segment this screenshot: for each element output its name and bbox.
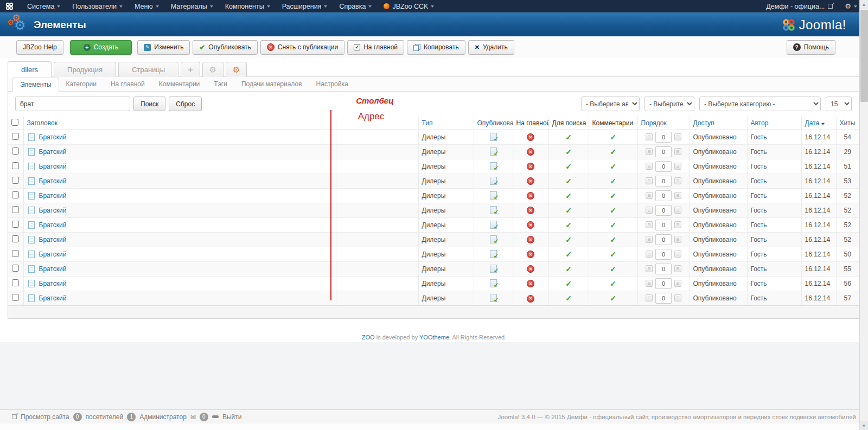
jbzoo-help-button[interactable]: JBZoo Help [16, 40, 63, 55]
scroll-down-icon[interactable]: ▼ [860, 421, 868, 430]
item-title-link[interactable]: Братский [39, 221, 67, 229]
unpublish-button[interactable]: ✕Снять с публикации [260, 40, 344, 55]
unfeatured-status-icon[interactable]: ✕ [527, 133, 534, 141]
order-down-button[interactable] [674, 207, 681, 214]
row-checkbox[interactable] [12, 177, 19, 184]
row-checkbox[interactable] [12, 191, 19, 198]
order-input[interactable] [655, 278, 672, 289]
item-title-link[interactable]: Братский [39, 280, 67, 287]
tab-stranicy[interactable]: Страницы [118, 62, 178, 77]
published-status-icon[interactable]: ✓ [490, 133, 497, 141]
item-title-link[interactable]: Братский [39, 148, 67, 156]
order-up-button[interactable] [646, 192, 653, 199]
help-button[interactable]: ?Помощь [787, 40, 835, 55]
reset-button[interactable]: Сброс [169, 97, 202, 111]
searchable-status-icon[interactable]: ✓ [565, 162, 572, 171]
subtab-featured[interactable]: На главной [104, 77, 152, 91]
feature-button[interactable]: ✓На главной [347, 40, 404, 55]
sort-title-header[interactable]: Заголовок [27, 119, 58, 127]
item-title-link[interactable]: Братский [39, 163, 67, 170]
searchable-status-icon[interactable]: ✓ [565, 191, 572, 200]
type-filter-select[interactable]: - Выберите тип - [644, 97, 694, 111]
published-status-icon[interactable]: ✓ [490, 294, 497, 302]
app-settings-tab[interactable]: ⚙ [202, 62, 224, 77]
order-down-button[interactable] [674, 192, 681, 199]
tab-dilers[interactable]: dilers [8, 61, 52, 77]
row-checkbox[interactable] [12, 265, 19, 272]
published-status-icon[interactable]: ✓ [490, 221, 497, 229]
sort-order-header[interactable]: Порядок [641, 119, 667, 127]
published-status-icon[interactable]: ✓ [490, 147, 497, 156]
published-status-icon[interactable]: ✓ [490, 235, 497, 243]
searchable-status-icon[interactable]: ✓ [565, 177, 572, 185]
row-checkbox[interactable] [12, 279, 19, 286]
row-checkbox[interactable] [12, 133, 19, 140]
menu-components[interactable]: Компоненты [219, 0, 276, 12]
menu-jbzoo-cck[interactable]: JBZoo CCK [378, 0, 440, 12]
comments-enabled-icon[interactable]: ✓ [610, 221, 616, 229]
order-input[interactable] [655, 190, 672, 201]
unfeatured-status-icon[interactable]: ✕ [527, 163, 534, 170]
searchable-status-icon[interactable]: ✓ [565, 147, 572, 156]
sort-hits-header[interactable]: Хиты [840, 119, 856, 127]
sort-type-header[interactable]: Тип [422, 119, 433, 127]
order-up-button[interactable] [646, 294, 653, 301]
item-title-link[interactable]: Братский [39, 265, 67, 273]
tab-produkcia[interactable]: Продукция [54, 62, 116, 77]
order-input[interactable] [655, 161, 672, 172]
messages-icon[interactable]: ✉ [190, 413, 196, 421]
searchable-status-icon[interactable]: ✓ [565, 279, 572, 288]
sort-published-header[interactable]: Опубликовано [477, 119, 513, 127]
published-status-icon[interactable]: ✓ [490, 177, 497, 185]
order-input[interactable] [655, 249, 672, 260]
item-title-link[interactable]: Братский [39, 177, 67, 185]
comments-enabled-icon[interactable]: ✓ [610, 191, 616, 200]
published-status-icon[interactable]: ✓ [490, 265, 497, 273]
subtab-tags[interactable]: Тэги [207, 77, 234, 91]
order-down-button[interactable] [674, 294, 681, 301]
unfeatured-status-icon[interactable]: ✕ [527, 280, 534, 287]
item-title-link[interactable]: Братский [39, 207, 67, 214]
order-up-button[interactable] [646, 207, 653, 214]
yootheme-link[interactable]: YOOtheme [419, 334, 449, 341]
order-input[interactable] [655, 234, 672, 245]
order-down-button[interactable] [674, 177, 681, 184]
order-input[interactable] [655, 205, 672, 216]
searchable-status-icon[interactable]: ✓ [565, 265, 572, 273]
menu-help[interactable]: Справка [333, 0, 378, 12]
search-button[interactable]: Поиск [133, 97, 165, 111]
searchable-status-icon[interactable]: ✓ [565, 294, 572, 303]
order-up-button[interactable] [646, 236, 653, 243]
comments-enabled-icon[interactable]: ✓ [610, 206, 616, 215]
unfeatured-status-icon[interactable]: ✕ [527, 148, 534, 156]
row-checkbox[interactable] [12, 147, 19, 155]
subtab-comments[interactable]: Комментарии [152, 77, 207, 91]
subtab-elements[interactable]: Элементы [12, 78, 59, 92]
item-title-link[interactable]: Братский [39, 236, 67, 243]
edit-button[interactable]: ✎Изменить [137, 40, 190, 55]
order-input[interactable] [655, 146, 672, 157]
menu-system[interactable]: Система [21, 0, 66, 12]
view-site-link[interactable]: Просмотр сайта [21, 413, 69, 421]
unfeatured-status-icon[interactable]: ✕ [527, 236, 534, 243]
search-input[interactable] [15, 97, 130, 111]
item-title-link[interactable]: Братский [39, 294, 67, 302]
order-down-button[interactable] [674, 265, 681, 272]
published-status-icon[interactable]: ✓ [490, 206, 497, 214]
sort-date-header[interactable]: Дата [805, 119, 825, 127]
comments-enabled-icon[interactable]: ✓ [610, 177, 616, 185]
order-down-button[interactable] [674, 148, 681, 155]
order-up-button[interactable] [646, 265, 653, 272]
order-up-button[interactable] [646, 251, 653, 258]
order-up-button[interactable] [646, 133, 653, 140]
zoo-link[interactable]: ZOO [362, 334, 375, 341]
searchable-status-icon[interactable]: ✓ [565, 206, 572, 215]
unfeatured-status-icon[interactable]: ✕ [527, 265, 534, 273]
sort-author-header[interactable]: Автор [751, 119, 769, 127]
menu-content[interactable]: Материалы [165, 0, 219, 12]
site-preview-link[interactable]: Демфи - официа... [766, 3, 833, 10]
unfeatured-status-icon[interactable]: ✕ [527, 177, 534, 185]
publish-button[interactable]: ✔Опубликовать [193, 40, 257, 55]
order-input[interactable] [655, 264, 672, 274]
order-down-button[interactable] [674, 251, 681, 258]
